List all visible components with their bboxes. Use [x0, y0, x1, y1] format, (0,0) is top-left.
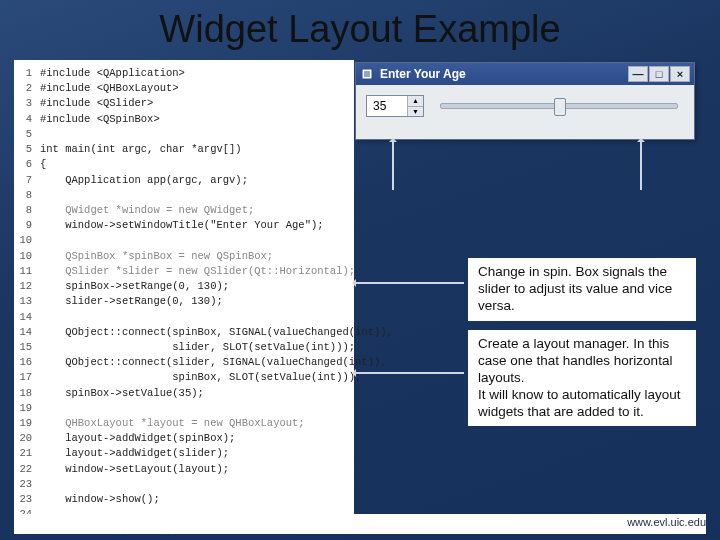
slide-title: Widget Layout Example [0, 8, 720, 51]
code-line: 10 [18, 233, 350, 248]
code-line: 16 QObject::connect(slider, SIGNAL(value… [18, 355, 350, 370]
code-line: 14 QObject::connect(spinBox, SIGNAL(valu… [18, 325, 350, 340]
code-line: 1#include <QApplication> [18, 66, 350, 81]
code-line: 13 slider->setRange(0, 130); [18, 294, 350, 309]
window-title: Enter Your Age [378, 67, 623, 81]
spin-down-icon[interactable]: ▼ [408, 107, 423, 117]
demo-window: Enter Your Age — □ × 35 ▲ ▼ [355, 62, 695, 140]
code-line: 5 [18, 127, 350, 142]
code-line: 3#include <QSlider> [18, 96, 350, 111]
code-line: 21 layout->addWidget(slider); [18, 446, 350, 461]
slider-handle[interactable] [554, 98, 566, 116]
code-line: 23 [18, 477, 350, 492]
code-line: 19 [18, 401, 350, 416]
code-line: 12 spinBox->setRange(0, 130); [18, 279, 350, 294]
code-listing: 1#include <QApplication>2#include <QHBox… [14, 60, 354, 515]
code-line: 7 QApplication app(argc, argv); [18, 173, 350, 188]
code-line: 22 window->setLayout(layout); [18, 462, 350, 477]
code-line: 23 window->show(); [18, 492, 350, 507]
app-icon [360, 67, 374, 81]
code-line: 17 spinBox, SLOT(setValue(int))); [18, 370, 350, 385]
footer-url: www.evl.uic.edu [627, 516, 706, 528]
spinbox-value: 35 [367, 96, 407, 116]
code-line: 6{ [18, 157, 350, 172]
age-spinbox[interactable]: 35 ▲ ▼ [366, 95, 424, 117]
code-line: 14 [18, 310, 350, 325]
code-line: 11 QSlider *slider = new QSlider(Qt::Hor… [18, 264, 350, 279]
footer-strip [14, 514, 706, 534]
arrow-to-spinbox [392, 140, 394, 190]
close-button[interactable]: × [670, 66, 690, 82]
code-line: 9 window->setWindowTitle("Enter Your Age… [18, 218, 350, 233]
arrow-note1 [354, 282, 464, 284]
age-slider[interactable] [440, 103, 678, 109]
code-line: 20 layout->addWidget(spinBox); [18, 431, 350, 446]
arrow-note2 [354, 372, 464, 374]
code-line: 15 slider, SLOT(setValue(int))); [18, 340, 350, 355]
maximize-button[interactable]: □ [649, 66, 669, 82]
code-line: 4#include <QSpinBox> [18, 112, 350, 127]
annotation-signals: Change in spin. Box signals the slider t… [468, 258, 696, 321]
code-line: 5int main(int argc, char *argv[]) [18, 142, 350, 157]
code-line: 2#include <QHBoxLayout> [18, 81, 350, 96]
spin-up-icon[interactable]: ▲ [408, 96, 423, 107]
code-line: 18 spinBox->setValue(35); [18, 386, 350, 401]
code-line: 8 QWidget *window = new QWidget; [18, 203, 350, 218]
arrow-to-slider [640, 140, 642, 190]
code-line: 8 [18, 188, 350, 203]
annotation-layout: Create a layout manager. In this case on… [468, 330, 696, 426]
code-line: 10 QSpinBox *spinBox = new QSpinBox; [18, 249, 350, 264]
code-line: 19 QHBoxLayout *layout = new QHBoxLayout… [18, 416, 350, 431]
minimize-button[interactable]: — [628, 66, 648, 82]
titlebar: Enter Your Age — □ × [356, 63, 694, 85]
